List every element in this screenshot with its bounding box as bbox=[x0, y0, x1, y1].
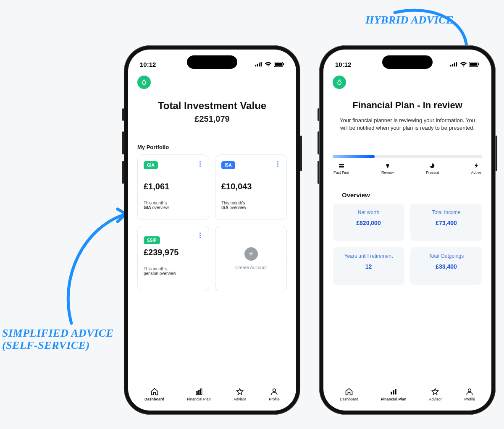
annotation-right: Hybrid Advice bbox=[365, 14, 454, 26]
status-time: 10:12 bbox=[140, 61, 156, 68]
portfolio-sub1: This month's bbox=[144, 267, 203, 271]
phone-left: 10:12 Total Investment Value £251,079 My… bbox=[124, 45, 300, 415]
svg-rect-2 bbox=[259, 63, 260, 66]
overview-income[interactable]: Total Income £73,400 bbox=[410, 204, 482, 241]
portfolio-sub1: This month's bbox=[144, 201, 203, 205]
status-time: 10:12 bbox=[335, 61, 351, 68]
portfolio-value: £1,061 bbox=[144, 182, 203, 191]
person-icon bbox=[270, 387, 278, 396]
svg-point-25 bbox=[468, 389, 471, 392]
create-account-card[interactable]: + Create Account bbox=[215, 226, 287, 291]
overview-retirement[interactable]: Years untill retirement 12 bbox=[333, 247, 404, 285]
cellular-icon bbox=[450, 62, 458, 67]
svg-rect-13 bbox=[454, 63, 455, 66]
cellular-icon bbox=[255, 62, 262, 67]
nav-advisor[interactable]: Advisor bbox=[234, 387, 246, 401]
dynamic-island bbox=[382, 55, 433, 69]
svg-rect-8 bbox=[198, 390, 200, 394]
home-icon bbox=[150, 387, 159, 396]
portfolio-sub2: pension overview bbox=[144, 271, 203, 276]
bolt-icon bbox=[473, 162, 480, 169]
phone-right: 10:12 Financial Plan - In review Your fi… bbox=[319, 45, 496, 415]
svg-rect-9 bbox=[200, 389, 202, 394]
svg-rect-22 bbox=[391, 392, 392, 395]
svg-rect-24 bbox=[395, 389, 396, 394]
svg-rect-16 bbox=[470, 63, 477, 66]
annotation-right-text: Hybrid Advice bbox=[365, 14, 454, 26]
app-logo[interactable] bbox=[137, 76, 151, 89]
portfolio-sub2: GIA overview bbox=[144, 205, 203, 210]
svg-rect-11 bbox=[450, 65, 452, 67]
step-active: Active bbox=[471, 162, 481, 175]
overview-title: Overview bbox=[342, 191, 482, 199]
badge-gia: GIA bbox=[144, 161, 158, 169]
svg-rect-23 bbox=[393, 390, 394, 394]
star-icon bbox=[431, 387, 439, 396]
badge-isa: ISA bbox=[221, 161, 235, 169]
svg-rect-19 bbox=[339, 165, 344, 166]
annotation-left: Simplified Advice (Self-Service) bbox=[2, 327, 116, 351]
svg-rect-1 bbox=[257, 64, 258, 66]
portfolio-card-ssip[interactable]: . SSIP £239,975 This month's pension ove… bbox=[137, 226, 209, 291]
svg-rect-0 bbox=[255, 65, 256, 67]
badge-ssip: SSIP bbox=[144, 236, 160, 244]
nav-dashboard[interactable]: Dashboard bbox=[340, 387, 358, 401]
svg-rect-21 bbox=[387, 167, 388, 168]
step-fact-find: Fact Find bbox=[333, 162, 349, 175]
svg-rect-7 bbox=[196, 392, 197, 395]
section-label: My Portfolio bbox=[137, 144, 287, 150]
bulb-icon bbox=[384, 162, 391, 169]
chart-icon bbox=[195, 387, 203, 396]
progress-steps: Fact Find Review Present Active bbox=[333, 162, 482, 175]
svg-point-20 bbox=[386, 164, 389, 167]
portfolio-card-gia[interactable]: GIA £1,061 This month's GIA overview bbox=[137, 154, 209, 220]
nav-advisor[interactable]: Advisor bbox=[429, 387, 441, 401]
svg-rect-3 bbox=[261, 62, 262, 67]
svg-rect-14 bbox=[456, 62, 457, 67]
annotation-left-line1: Simplified Advice bbox=[2, 327, 113, 339]
battery-icon bbox=[274, 62, 284, 67]
kebab-icon[interactable] bbox=[273, 159, 282, 168]
svg-rect-12 bbox=[452, 64, 454, 66]
total-value: £251,079 bbox=[137, 114, 287, 124]
bottom-nav: Dashboard Financial Plan Advisor Profile bbox=[128, 381, 296, 411]
wifi-icon bbox=[265, 62, 272, 67]
page-title: Total Investment Value bbox=[137, 100, 287, 112]
nav-dashboard[interactable]: Dashboard bbox=[144, 387, 164, 401]
nav-profile[interactable]: Profile bbox=[464, 387, 475, 401]
overview-outgoings[interactable]: Total Outgoings £33,400 bbox=[410, 247, 482, 285]
svg-rect-6 bbox=[283, 63, 284, 65]
step-present: Present bbox=[426, 162, 439, 175]
svg-rect-5 bbox=[275, 63, 282, 66]
portfolio-card-isa[interactable]: ISA £10,043 This month's ISA overview bbox=[215, 154, 287, 220]
nav-financial-plan[interactable]: Financial Plan bbox=[187, 387, 211, 401]
step-review: Review bbox=[381, 162, 394, 175]
dynamic-island bbox=[187, 55, 237, 69]
svg-point-10 bbox=[273, 389, 276, 392]
chart-icon bbox=[389, 387, 398, 396]
bottom-nav: Dashboard Financial Plan Advisor Profile bbox=[323, 381, 491, 411]
plus-icon: + bbox=[244, 247, 258, 261]
annotation-left-line2: (Self-Service) bbox=[2, 339, 90, 351]
star-icon bbox=[236, 387, 244, 396]
nav-profile[interactable]: Profile bbox=[269, 387, 280, 401]
create-account-label: Create Account bbox=[235, 265, 267, 270]
pie-icon bbox=[429, 162, 436, 169]
wifi-icon bbox=[460, 62, 467, 67]
portfolio-value: £10,043 bbox=[221, 182, 281, 191]
plan-description: Your financial planner is reviewing your… bbox=[333, 117, 482, 131]
app-logo[interactable] bbox=[333, 76, 346, 89]
portfolio-value: £239,975 bbox=[144, 248, 203, 257]
nav-financial-plan[interactable]: Financial Plan bbox=[381, 387, 407, 401]
battery-icon bbox=[469, 62, 480, 67]
portfolio-sub1: This month's bbox=[221, 201, 281, 205]
overview-networth[interactable]: Net worth £820,000 bbox=[333, 204, 404, 241]
home-icon bbox=[345, 387, 353, 396]
kebab-icon[interactable] bbox=[195, 230, 205, 240]
progress-fill bbox=[333, 155, 375, 158]
progress-bar bbox=[333, 155, 482, 158]
page-title: Financial Plan - In review bbox=[333, 100, 482, 111]
kebab-icon[interactable] bbox=[195, 159, 205, 168]
portfolio-sub2: ISA overview bbox=[221, 205, 281, 210]
card-icon bbox=[338, 162, 345, 169]
